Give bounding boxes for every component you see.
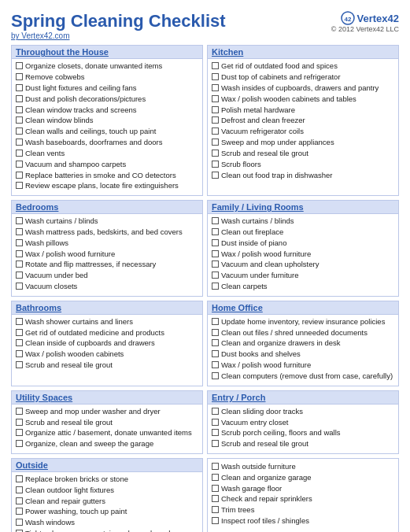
checkbox[interactable] (212, 239, 219, 246)
checkbox[interactable] (16, 283, 23, 290)
item-label: Clean computers (remove dust from case, … (221, 371, 393, 382)
checkbox[interactable] (212, 517, 219, 524)
item-label: Rotate and flip mattresses, if necessary (25, 260, 156, 270)
checkbox[interactable] (212, 485, 219, 492)
checkbox[interactable] (212, 106, 219, 113)
checkbox[interactable] (212, 95, 219, 102)
checkbox[interactable] (212, 250, 219, 257)
checkbox[interactable] (212, 350, 219, 357)
checkbox[interactable] (16, 139, 23, 146)
checkbox[interactable] (212, 283, 219, 290)
checkbox[interactable] (16, 172, 23, 179)
checkbox[interactable] (16, 329, 23, 336)
list-item: Vacuum entry closet (212, 418, 394, 428)
list-item: Scrub and reseal tile grout (16, 418, 198, 428)
checkbox[interactable] (16, 361, 23, 368)
checkbox[interactable] (212, 84, 219, 91)
checkbox[interactable] (212, 161, 219, 168)
checkbox[interactable] (16, 497, 23, 504)
checkbox[interactable] (212, 272, 219, 279)
checkbox[interactable] (16, 508, 23, 515)
item-label: Scrub and reseal tile grout (221, 439, 308, 449)
checkbox[interactable] (16, 408, 23, 415)
checkbox[interactable] (16, 239, 23, 246)
checkbox[interactable] (16, 272, 23, 279)
checkbox[interactable] (16, 475, 23, 482)
checkbox[interactable] (16, 106, 23, 113)
list-item: Wash insides of cupboards, drawers and p… (212, 83, 394, 94)
list-item: Clean carpets (212, 282, 394, 292)
list-item: Scrub and reseal tile grout (212, 149, 394, 159)
checkbox[interactable] (16, 519, 23, 526)
checkbox[interactable] (16, 429, 23, 436)
checkbox[interactable] (212, 116, 219, 124)
checkbox[interactable] (16, 486, 23, 493)
checkbox[interactable] (16, 350, 23, 357)
checkbox[interactable] (16, 95, 23, 102)
checkbox[interactable] (212, 139, 219, 146)
checkbox[interactable] (212, 429, 219, 436)
list-item: Replace broken bricks or stone (16, 475, 198, 485)
list-item: Rotate and flip mattresses, if necessary (16, 260, 198, 270)
checkbox[interactable] (212, 217, 219, 224)
checkbox[interactable] (212, 73, 219, 80)
list-item: Update home inventory, review insurance … (212, 317, 394, 327)
checkbox[interactable] (212, 408, 219, 415)
item-label: Dust light fixtures and ceiling fans (25, 83, 137, 94)
checkbox[interactable] (212, 318, 219, 325)
checkbox[interactable] (16, 440, 23, 447)
checkbox[interactable] (16, 182, 23, 189)
checkbox[interactable] (212, 260, 219, 268)
item-label: Clean vents (25, 149, 65, 159)
item-label: Wash curtains / blinds (25, 216, 98, 227)
list-item: Clean window blinds (16, 116, 198, 126)
list-item: Get rid of outdated food and spices (212, 61, 394, 72)
checkbox[interactable] (212, 463, 219, 470)
checkbox[interactable] (16, 339, 23, 346)
checkbox[interactable] (212, 127, 219, 135)
checkbox[interactable] (212, 419, 219, 426)
list-item: Wash garage floor (212, 484, 394, 494)
item-label: Clean and organize drawers in desk (221, 338, 341, 349)
checkbox[interactable] (212, 172, 219, 179)
list-item: Replace batteries in smoke and CO detect… (16, 171, 198, 181)
checkbox[interactable] (212, 506, 219, 513)
item-label: Replace broken bricks or stone (25, 475, 128, 485)
checkbox[interactable] (16, 250, 23, 257)
section-title-homeoffice: Home Office (208, 301, 398, 315)
item-label: Clean and repair gutters (25, 497, 105, 507)
checkbox[interactable] (16, 419, 23, 426)
item-label: Sweep and mop under washer and dryer (25, 407, 161, 417)
list-item: Tighten loose screws, stain and reseal p… (16, 529, 198, 532)
checkbox[interactable] (16, 318, 23, 325)
checkbox[interactable] (212, 62, 219, 69)
item-label: Vacuum entry closet (221, 418, 288, 428)
section-homeoffice: Home OfficeUpdate home inventory, review… (207, 301, 399, 386)
copyright: © 2012 Vertex42 LLC (331, 25, 399, 33)
item-label: Wax / polish wood furniture (25, 249, 115, 260)
checkbox[interactable] (212, 361, 219, 368)
checkbox[interactable] (16, 84, 23, 91)
item-label: Trim trees (221, 505, 254, 515)
checkbox[interactable] (16, 260, 23, 268)
checkbox[interactable] (16, 150, 23, 157)
checkbox[interactable] (212, 339, 219, 346)
checkbox[interactable] (16, 228, 23, 235)
checkbox[interactable] (212, 440, 219, 447)
checkbox[interactable] (16, 127, 23, 135)
section-title-utility: Utility Spaces (12, 391, 202, 405)
checkbox[interactable] (212, 150, 219, 157)
checkbox[interactable] (212, 474, 219, 481)
checkbox[interactable] (16, 116, 23, 124)
section-title-kitchen: Kitchen (208, 46, 398, 59)
checkbox[interactable] (212, 329, 219, 336)
checkbox[interactable] (212, 372, 219, 379)
checkbox[interactable] (16, 73, 23, 80)
checkbox[interactable] (212, 228, 219, 235)
checkbox[interactable] (16, 217, 23, 224)
checkbox[interactable] (212, 495, 219, 502)
item-label: Get rid of outdated food and spices (221, 61, 338, 72)
list-item: Organize attic / basement, donate unwant… (16, 428, 198, 438)
checkbox[interactable] (16, 62, 23, 69)
checkbox[interactable] (16, 161, 23, 168)
